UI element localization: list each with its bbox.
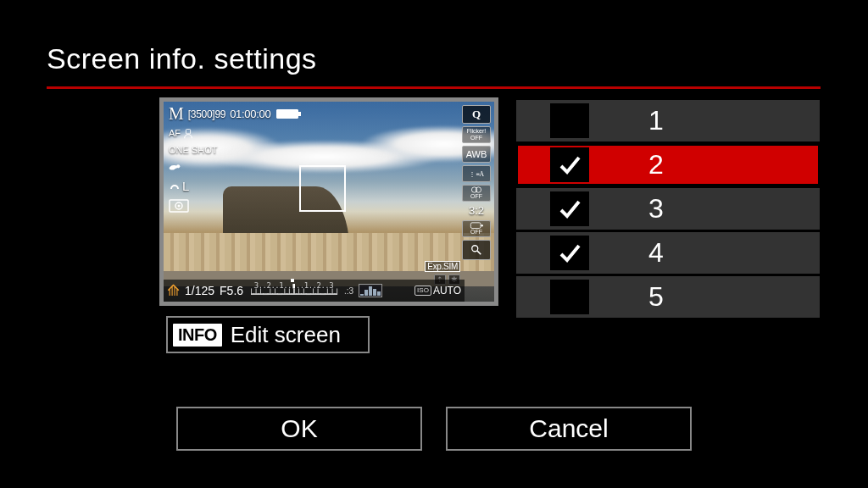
aperture: F5.6	[220, 284, 243, 297]
battery-icon	[276, 109, 298, 119]
aspect-ratio-indicator: 3:2	[462, 204, 491, 218]
drive-mode: ONE SHOT	[169, 145, 217, 155]
cancel-button[interactable]: Cancel	[446, 407, 692, 451]
main-dial-icon: ⟰	[167, 283, 180, 298]
picture-style-indicator	[169, 161, 181, 173]
check-icon	[557, 241, 582, 266]
screen-row-4[interactable]: 4	[516, 232, 820, 274]
screen-row-5[interactable]: 5	[516, 276, 820, 318]
screen-number-label: 3	[648, 193, 664, 225]
focus-frame	[299, 165, 346, 212]
ev-scale: 3..2..1..▮..1..2..3 ┕┷┷━┷┷━┷┷┻┷┷━┷┷━┷┷┙	[248, 282, 339, 299]
left-indicator-column: AF ONE SHOT L	[169, 127, 217, 213]
title-divider	[47, 86, 821, 89]
magnify-icon	[470, 244, 482, 256]
svg-text:⋮≡: ⋮≡	[469, 170, 479, 178]
check-icon	[557, 197, 582, 222]
svg-point-12	[481, 225, 482, 226]
rec-time: 01:00:00	[230, 108, 270, 120]
magnify-button[interactable]	[462, 240, 491, 260]
svg-line-14	[477, 251, 481, 254]
antiflicker-off-chip: Flicker! OFF	[462, 126, 491, 143]
info-button-chip: INFO	[173, 324, 222, 347]
screen-checkbox-2[interactable]	[550, 147, 589, 182]
svg-text:A: A	[479, 170, 484, 178]
page-title: Screen info. settings	[47, 42, 317, 75]
svg-rect-11	[470, 223, 481, 229]
svg-point-6	[178, 205, 181, 208]
ev-adjust-label: .:3	[344, 286, 353, 296]
status-bottom-bar: ⟰ 1/125 F5.6 3..2..1..▮..1..2..3 ┕┷┷━┷┷━…	[164, 280, 465, 302]
screen-checkbox-1[interactable]	[550, 103, 589, 138]
white-balance-chip: AWB	[462, 146, 491, 163]
touch-shutter-off-chip: OFF	[462, 220, 491, 237]
buffer-bracket: [3500]99	[188, 108, 225, 120]
quick-menu-button[interactable]: Q	[462, 105, 491, 124]
edit-screen-label: Edit screen	[231, 322, 341, 348]
screen-row-3[interactable]: 3	[516, 188, 820, 230]
screen-row-1[interactable]: 1	[516, 100, 820, 141]
histogram-icon	[359, 284, 382, 297]
shutter-speed: 1/125	[185, 284, 214, 297]
screen-checkbox-3[interactable]	[550, 191, 589, 226]
screen-row-2[interactable]: 2	[516, 144, 820, 186]
exposure-simulation-badge: Exp.SIM	[425, 261, 460, 272]
metering-mode-icon	[169, 199, 189, 213]
check-icon	[557, 152, 582, 178]
screens-list: 12345	[516, 100, 820, 320]
ok-button[interactable]: OK	[176, 407, 422, 451]
bottom-button-row: OK Cancel	[0, 407, 868, 451]
screen-number-label: 1	[648, 105, 664, 136]
screen-number-label: 5	[648, 281, 664, 313]
status-top-bar: M [3500]99 01:00:00	[164, 102, 494, 126]
screen-number-label: 4	[648, 237, 664, 269]
image-quality-indicator: L	[169, 179, 189, 193]
svg-point-13	[472, 246, 478, 252]
iso-indicator: ISO AUTO	[415, 285, 461, 297]
right-indicator-column: Q Flicker! OFF AWB ⋮≡A OFF 3:2 OFF	[462, 105, 491, 260]
picture-style-chip: ⋮≡A	[462, 165, 491, 182]
svg-rect-0	[186, 130, 190, 134]
screen-preview: M [3500]99 01:00:00 AF ONE SHOT L Q Flic…	[159, 97, 498, 306]
edit-screen-button[interactable]: INFO Edit screen	[166, 316, 370, 353]
svg-point-10	[476, 187, 481, 192]
svg-point-3	[176, 164, 180, 168]
face-priority-icon	[182, 127, 194, 139]
screen-checkbox-4[interactable]	[550, 236, 589, 270]
af-mode-indicator: AF	[169, 127, 194, 139]
shooting-mode: M	[169, 104, 184, 124]
creative-filter-off-chip: OFF	[462, 185, 491, 202]
screen-number-label: 2	[648, 149, 664, 180]
screen-checkbox-5[interactable]	[550, 280, 589, 314]
